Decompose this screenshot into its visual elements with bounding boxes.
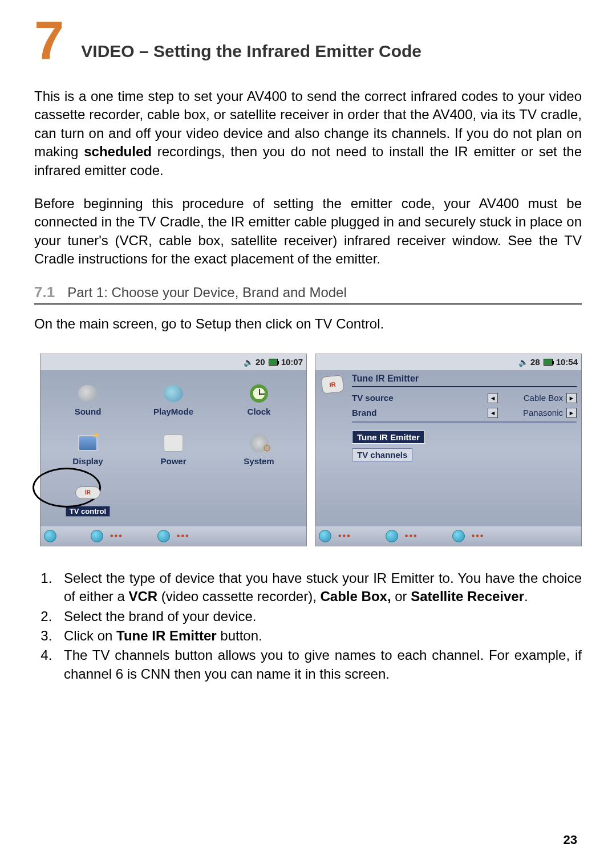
label: PlayMode <box>153 407 193 416</box>
status-time: 10:54 <box>556 357 578 367</box>
text: button. <box>217 628 262 643</box>
system-icon <box>250 434 268 452</box>
cell-sound[interactable]: Sound <box>45 375 131 424</box>
dots-icon: ••• <box>110 531 123 541</box>
status-value: 20 <box>256 357 265 367</box>
round-button-icon[interactable] <box>452 530 465 542</box>
cell-tv-control[interactable]: IR TV control <box>45 474 131 524</box>
bold-vcr: VCR <box>128 589 157 604</box>
bottom-bar: ••• ••• <box>40 526 306 546</box>
sound-icon <box>78 385 98 402</box>
dots-icon: ••• <box>405 531 418 541</box>
empty-cell <box>131 474 216 524</box>
arrow-right-icon[interactable]: ► <box>566 393 577 403</box>
label: Clock <box>248 407 271 416</box>
cell-power[interactable]: Power <box>131 424 216 474</box>
right-panel: Tune IR Emitter TV source ◄ Cable Box ► … <box>350 370 581 526</box>
bold-scheduled: scheduled <box>84 144 152 159</box>
battery-icon <box>544 359 553 366</box>
text: or <box>391 589 411 604</box>
step-4: The TV channels button allows you to giv… <box>56 646 582 683</box>
steps-list: Select the type of device that you have … <box>56 569 582 683</box>
ir-icon: IR <box>75 486 100 499</box>
tv-control-label: TV control <box>66 506 110 517</box>
left-icon-col: IR <box>315 370 350 526</box>
row-tv-source: TV source ◄ Cable Box ► <box>352 391 577 405</box>
cell-display[interactable]: Display <box>45 424 131 474</box>
tv-channels-button[interactable]: TV channels <box>352 448 412 461</box>
row-brand: Brand ◄ Panasonic ► <box>352 405 577 420</box>
page-number: 23 <box>564 833 577 847</box>
screen-body: IR Tune IR Emitter TV source ◄ Cable Box… <box>315 370 581 526</box>
dots-icon: ••• <box>177 531 190 541</box>
bold-tune-ir: Tune IR Emitter <box>116 628 217 643</box>
subsection-number: 7.1 <box>34 283 55 301</box>
bold-cable-box: Cable Box, <box>321 589 391 604</box>
row-label: Brand <box>352 408 488 417</box>
label: System <box>244 456 274 466</box>
chapter-title: VIDEO – Setting the Infrared Emitter Cod… <box>81 42 422 61</box>
button-group: Tune IR Emitter TV channels <box>352 431 577 461</box>
text: (video cassette recorder), <box>157 589 320 604</box>
step-3: Click on Tune IR Emitter button. <box>56 627 582 645</box>
round-button-icon[interactable] <box>319 530 331 542</box>
label: Sound <box>75 407 102 416</box>
screenshots-row: 🔈 20 10:07 Sound PlayMode Clock <box>40 354 582 546</box>
status-value: 28 <box>530 357 540 367</box>
round-button-icon[interactable] <box>91 530 103 542</box>
clock-icon <box>250 384 268 403</box>
display-icon <box>78 435 98 451</box>
instruction-line: On the main screen, go to Setup then cli… <box>34 315 582 333</box>
speaker-icon: 🔈 <box>244 358 253 367</box>
round-button-icon[interactable] <box>157 530 170 542</box>
dots-icon: ••• <box>338 531 351 541</box>
dots-icon: ••• <box>472 531 485 541</box>
status-time: 10:07 <box>281 357 303 367</box>
status-bar: 🔈 20 10:07 <box>40 354 306 370</box>
chapter-heading: 7 VIDEO – Setting the Infrared Emitter C… <box>34 19 582 63</box>
playmode-icon <box>164 385 183 402</box>
step-2: Select the brand of your device. <box>56 607 582 626</box>
ir-icon: IR <box>321 375 345 394</box>
power-icon <box>164 435 183 452</box>
panel-title: Tune IR Emitter <box>352 374 577 387</box>
row-label: TV source <box>352 393 488 403</box>
subsection-heading: 7.1 Part 1: Choose your Device, Brand an… <box>34 283 582 305</box>
settings-grid: Sound PlayMode Clock Display Power <box>40 370 306 526</box>
cell-clock[interactable]: Clock <box>216 375 302 424</box>
arrow-left-icon[interactable]: ◄ <box>488 393 498 403</box>
arrow-right-icon[interactable]: ► <box>566 408 577 418</box>
round-button-icon[interactable] <box>44 530 56 542</box>
row-value: Cable Box <box>498 393 566 403</box>
step-1: Select the type of device that you have … <box>56 569 582 606</box>
screenshot-setup: 🔈 20 10:07 Sound PlayMode Clock <box>40 354 307 546</box>
empty-cell <box>216 474 302 524</box>
subsection-title: Part 1: Choose your Device, Brand and Mo… <box>67 285 347 301</box>
intro-paragraph-1: This is a one time step to set your AV40… <box>34 87 582 180</box>
text: . <box>524 589 528 604</box>
intro-paragraph-2: Before beginning this procedure of setti… <box>34 194 582 269</box>
battery-icon <box>269 359 278 366</box>
round-button-icon[interactable] <box>386 530 398 542</box>
status-bar: 🔈 28 10:54 <box>315 354 581 370</box>
bottom-bar: ••• ••• ••• <box>315 526 581 546</box>
bold-satellite: Satellite Receiver <box>411 589 524 604</box>
cell-playmode[interactable]: PlayMode <box>131 375 216 424</box>
speaker-icon: 🔈 <box>518 358 528 367</box>
cell-system[interactable]: System <box>216 424 302 474</box>
label: Display <box>72 456 103 466</box>
row-value: Panasonic <box>498 408 566 417</box>
screenshot-tune-ir: 🔈 28 10:54 IR Tune IR Emitter TV source … <box>315 354 582 546</box>
divider <box>352 421 577 423</box>
label: Power <box>160 456 186 466</box>
tune-ir-emitter-button[interactable]: Tune IR Emitter <box>352 431 425 444</box>
chapter-number: 7 <box>34 19 64 62</box>
screen-body: Sound PlayMode Clock Display Power <box>40 370 306 526</box>
text: Click on <box>64 628 116 643</box>
arrow-left-icon[interactable]: ◄ <box>488 408 498 418</box>
